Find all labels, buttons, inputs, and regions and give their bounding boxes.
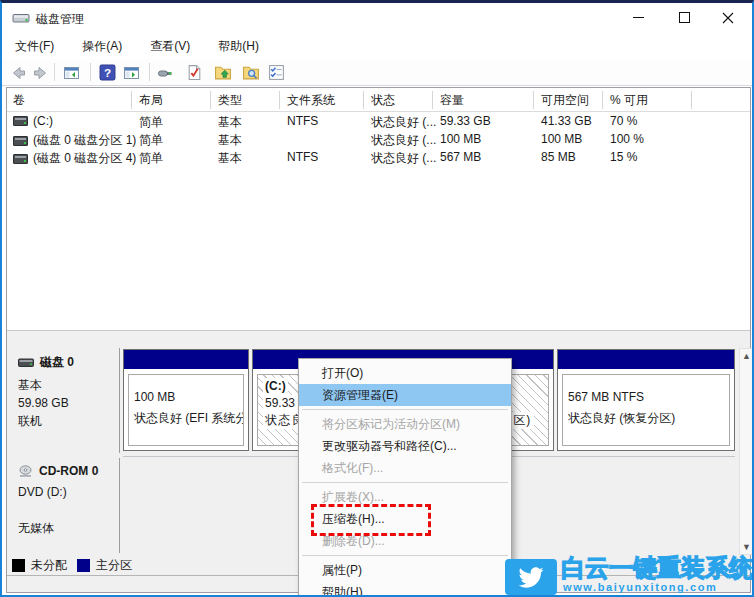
cell-pct: 100 % [610,132,644,146]
cell-layout: 简单 [139,132,163,149]
check-document-button[interactable] [183,62,205,83]
header-separator [602,91,603,109]
cell-volume: (磁盘 0 磁盘分区 1) [33,132,136,149]
primary-partition-swatch [77,559,90,572]
close-icon [722,12,734,24]
close-button[interactable] [706,3,750,32]
back-button[interactable] [7,62,29,83]
cdrom-name: CD-ROM 0 [39,464,98,478]
col-status[interactable]: 状态 [371,92,395,108]
show-console-tree-button[interactable] [60,62,82,83]
partition-recovery[interactable]: 567 MB NTFS 状态良好 (恢复分区) [557,349,735,451]
title-bar: 磁盘管理 [2,3,752,33]
show-action-pane-button[interactable] [120,62,142,83]
maximize-button[interactable] [662,3,706,32]
partition-efi[interactable]: 100 MB 状态良好 (EFI 系统分区) [123,349,249,451]
back-icon [10,65,27,81]
partition-info: 567 MB NTFS 状态良好 (恢复分区) [562,374,730,446]
watermark-url: www.baiyunxitong.com [563,581,717,593]
cell-type: 基本 [218,150,242,167]
menu-item-format: 格式化(F)... [299,457,511,479]
vertical-scrollbar[interactable]: ▲︎ ▼︎ [739,348,754,555]
toolbar-separator [54,63,55,81]
partition-header-bar [124,350,248,370]
header-separator [131,91,132,109]
menu-item-help[interactable]: 帮助(H) [299,581,511,597]
shrink-volume-highlight-box [311,504,431,536]
menu-separator [302,409,508,410]
menu-separator [302,555,508,556]
cell-free: 85 MB [541,150,576,164]
menu-help[interactable]: 帮助(H) [215,36,262,57]
cdrom-drive: DVD (D:) [18,483,111,501]
cell-capacity: 567 MB [440,150,481,164]
volume-icon [13,116,28,126]
header-separator [691,91,692,109]
col-capacity[interactable]: 容量 [440,92,464,108]
toolbar: ? [2,59,752,86]
pane-splitter[interactable] [7,330,750,346]
table-row[interactable]: (C:) 简单 基本 NTFS 状态良好 (... 59.33 GB 41.33… [7,112,750,130]
maximize-icon [679,12,690,23]
partition-size: 567 MB NTFS [568,387,724,408]
cell-pct: 70 % [610,114,637,128]
cell-fs: NTFS [287,114,318,128]
menu-file[interactable]: 文件(F) [12,36,57,57]
checklist-button[interactable] [265,62,287,83]
cell-status: 状态良好 (... [371,114,436,131]
watermark-title: 白云一键重装系统 [561,552,754,584]
help-button[interactable]: ? [96,62,118,83]
menu-item-mark-active: 将分区标记为活动分区(M) [299,413,511,435]
disk-management-window: 磁盘管理 文件(F) 操作(A) 查看(V) 帮助(H) ? [0,0,754,597]
properties-tool-button[interactable] [154,62,176,83]
col-volume[interactable]: 卷 [13,92,25,108]
disk0-label-box[interactable]: 磁盘 0 基本 59.98 GB 联机 [10,348,120,453]
cdrom-media: 无媒体 [18,519,111,537]
cell-capacity: 59.33 GB [440,114,491,128]
menu-item-change-drive-letter[interactable]: 更改驱动器号和路径(C)... [299,435,511,457]
scroll-up-icon[interactable]: ▲︎ [740,349,753,363]
col-filesystem[interactable]: 文件系统 [287,92,335,108]
cell-volume: (C:) [33,114,53,128]
forward-button[interactable] [29,62,51,83]
help-icon: ? [99,64,116,81]
col-type[interactable]: 类型 [218,92,242,108]
forward-icon [32,65,49,81]
col-pct-free[interactable]: % 可用 [610,92,648,108]
col-free-space[interactable]: 可用空间 [541,92,589,108]
twitter-bird-icon [516,565,546,590]
minimize-button[interactable] [616,3,660,32]
menu-item-explorer[interactable]: 资源管理器(E) [299,384,511,406]
toolbar-separator [90,63,91,81]
menu-item-properties[interactable]: 属性(P) [299,559,511,581]
folder-search-button[interactable] [240,62,262,83]
checklist-icon [268,64,285,81]
cell-pct: 15 % [610,150,637,164]
volume-icon [13,154,28,164]
menu-item-open[interactable]: 打开(O) [299,362,511,384]
disk-size: 59.98 GB [18,394,111,412]
partition-info: 100 MB 状态良好 (EFI 系统分区) [128,374,244,446]
cdrom-label-box[interactable]: CD-ROM 0 DVD (D:) 无媒体 [10,458,120,553]
spacer [18,501,111,519]
table-row[interactable]: (磁盘 0 磁盘分区 1) 简单 基本 状态良好 (... 100 MB 100… [7,130,750,148]
menu-action[interactable]: 操作(A) [79,36,125,57]
folder-up-icon [214,64,232,81]
console-tree-icon [63,65,80,81]
col-layout[interactable]: 布局 [139,92,163,108]
legend-label: 未分配 [31,557,67,574]
partition-status: 状态良好 (恢复分区) [568,408,724,429]
cell-free: 41.33 GB [541,114,592,128]
disk-name: 磁盘 0 [40,354,74,371]
menu-view[interactable]: 查看(V) [147,36,193,57]
folder-search-icon [242,64,260,81]
legend-primary-partition: 主分区 [77,557,132,574]
cell-layout: 简单 [139,114,163,131]
table-row[interactable]: (磁盘 0 磁盘分区 4) 简单 基本 NTFS 状态良好 (... 567 M… [7,148,750,166]
header-separator [363,91,364,109]
minimize-icon [633,17,644,18]
header-separator [533,91,534,109]
document-check-icon [186,64,203,81]
folder-up-button[interactable] [212,62,234,83]
cell-free: 100 MB [541,132,582,146]
